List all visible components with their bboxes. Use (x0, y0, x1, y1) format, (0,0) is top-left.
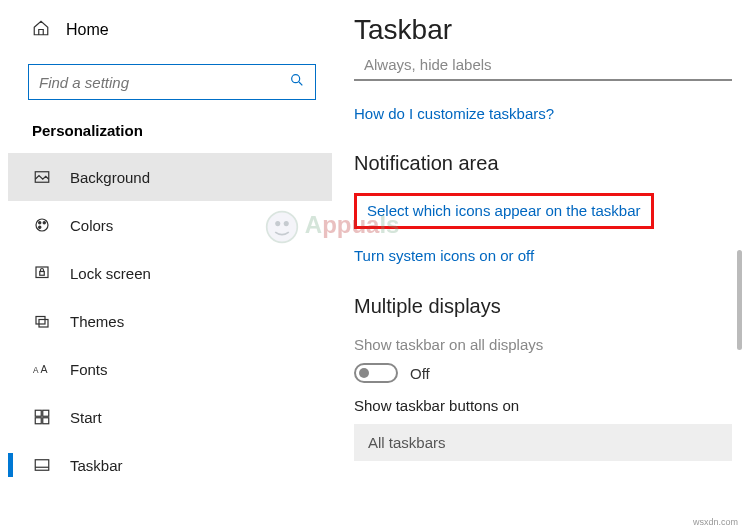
sidebar-item-start[interactable]: Start (8, 393, 332, 441)
nav-label: Colors (70, 217, 113, 234)
svg-rect-15 (35, 418, 41, 424)
sidebar-item-themes[interactable]: Themes (8, 297, 332, 345)
home-label: Home (66, 21, 109, 39)
toggle-state: Off (410, 365, 430, 382)
scrollbar[interactable] (737, 250, 742, 350)
svg-point-3 (36, 219, 48, 231)
home-icon (32, 19, 50, 41)
svg-text:A: A (41, 363, 48, 375)
search-box[interactable] (28, 64, 316, 100)
picture-icon (32, 168, 52, 186)
svg-point-6 (39, 226, 41, 228)
credit: wsxdn.com (693, 517, 738, 527)
svg-point-5 (43, 222, 45, 224)
start-icon (32, 408, 52, 426)
taskbar-all-displays-toggle[interactable] (354, 363, 398, 383)
multiple-displays-heading: Multiple displays (354, 295, 732, 318)
combine-dropdown[interactable]: Always, hide labels (354, 50, 732, 81)
nav-label: Lock screen (70, 265, 151, 282)
nav-label: Taskbar (70, 457, 123, 474)
svg-point-4 (39, 222, 41, 224)
system-icons-link[interactable]: Turn system icons on or off (354, 247, 534, 264)
svg-rect-8 (40, 272, 45, 276)
svg-rect-13 (35, 410, 41, 416)
palette-icon (32, 216, 52, 234)
search-icon (289, 72, 305, 92)
svg-rect-17 (35, 460, 49, 471)
sidebar-item-lockscreen[interactable]: Lock screen (8, 249, 332, 297)
page-title: Taskbar (354, 14, 732, 46)
svg-rect-10 (39, 320, 48, 328)
lock-screen-icon (32, 264, 52, 282)
fonts-icon: AA (32, 361, 52, 377)
search-wrap (28, 64, 316, 100)
select-icons-link[interactable]: Select which icons appear on the taskbar (367, 202, 641, 219)
svg-line-1 (299, 82, 302, 85)
main-panel: Taskbar Always, hide labels How do I cus… (332, 0, 744, 530)
search-input[interactable] (39, 74, 289, 91)
sidebar-item-fonts[interactable]: AA Fonts (8, 345, 332, 393)
sidebar-item-colors[interactable]: Colors (8, 201, 332, 249)
highlight-box: Select which icons appear on the taskbar (354, 193, 654, 229)
nav-label: Fonts (70, 361, 108, 378)
nav-label: Start (70, 409, 102, 426)
taskbar-icon (32, 456, 52, 474)
nav-label: Themes (70, 313, 124, 330)
buttons-on-label: Show taskbar buttons on (354, 397, 732, 414)
toggle-row: Off (354, 363, 732, 383)
svg-point-0 (292, 75, 300, 83)
home-button[interactable]: Home (8, 8, 332, 52)
sidebar-item-background[interactable]: Background (8, 153, 332, 201)
svg-text:A: A (33, 366, 39, 375)
sidebar: Home Personalization Background Colors L… (0, 0, 332, 530)
help-link[interactable]: How do I customize taskbars? (354, 105, 732, 122)
svg-rect-14 (43, 410, 49, 416)
category-heading: Personalization (8, 108, 332, 153)
sidebar-item-taskbar[interactable]: Taskbar (8, 441, 332, 489)
buttons-on-dropdown[interactable]: All taskbars (354, 424, 732, 461)
notification-heading: Notification area (354, 152, 732, 175)
svg-rect-16 (43, 418, 49, 424)
show-all-displays-label: Show taskbar on all displays (354, 336, 732, 353)
nav-label: Background (70, 169, 150, 186)
svg-rect-9 (36, 317, 45, 325)
themes-icon (32, 312, 52, 330)
